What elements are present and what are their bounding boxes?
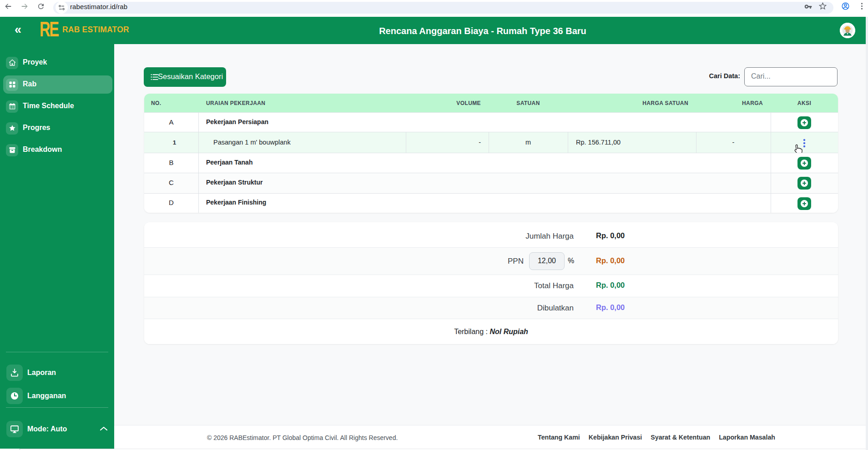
svg-text:RE: RE [40, 21, 59, 38]
